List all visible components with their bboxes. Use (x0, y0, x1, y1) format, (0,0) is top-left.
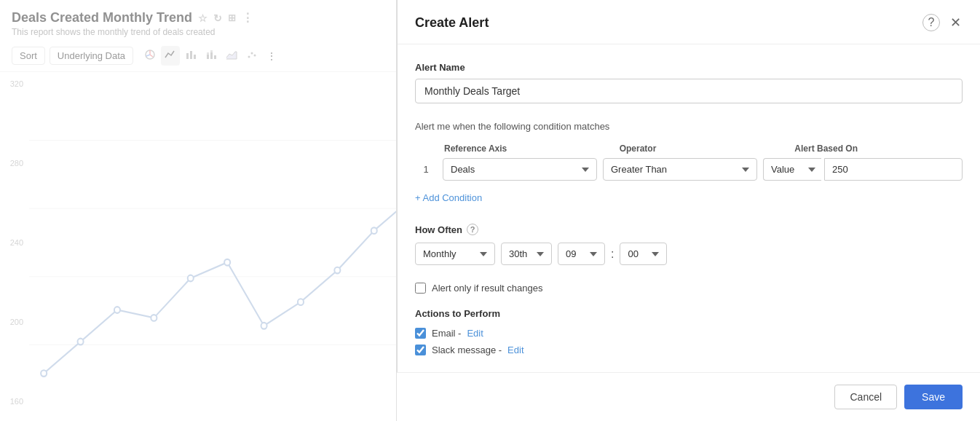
alert-name-section: Alert Name (415, 62, 963, 103)
value-input[interactable] (824, 158, 963, 181)
alert-on-change-row: Alert only if result changes (415, 283, 963, 294)
hour-select[interactable]: 09 10 (558, 243, 605, 265)
svg-point-10 (254, 55, 256, 57)
bar-chart-icon[interactable] (181, 46, 200, 66)
condition-row-1: 1 Deals Greater Than Less Than Equal To … (415, 158, 963, 181)
slack-edit-link[interactable]: Edit (507, 345, 523, 355)
svg-point-22 (298, 299, 304, 305)
y-label-320: 320 (0, 79, 29, 88)
day-select[interactable]: 30th 1st 2nd (501, 243, 552, 265)
alert-name-input[interactable] (415, 79, 963, 103)
how-often-label: How Often ? (415, 224, 963, 235)
more-icon[interactable]: ⋮ (242, 11, 253, 25)
area-chart-icon[interactable] (222, 46, 241, 66)
slack-action-row: Slack message - Edit (415, 345, 963, 355)
underlying-data-button[interactable]: Underlying Data (50, 47, 133, 65)
scatter-chart-icon[interactable] (242, 46, 261, 66)
operator-header: Operator (618, 143, 788, 154)
email-edit-link[interactable]: Edit (467, 328, 483, 339)
sort-button[interactable]: Sort (12, 47, 45, 65)
slack-label: Slack message - (432, 345, 502, 355)
reference-axis-select[interactable]: Deals (443, 158, 597, 181)
y-axis: 160 200 240 280 320 (0, 72, 29, 413)
star-icon[interactable]: ☆ (198, 12, 208, 24)
modal-body: Alert Name Alert me when the following c… (398, 44, 980, 390)
svg-rect-5 (210, 52, 213, 59)
operator-select[interactable]: Greater Than Less Than Equal To (603, 158, 757, 181)
svg-rect-2 (194, 55, 196, 59)
svg-rect-1 (190, 51, 192, 59)
chart-body: 160 200 240 280 320 (0, 72, 396, 413)
svg-point-24 (371, 227, 377, 234)
how-often-help-icon[interactable]: ? (467, 224, 478, 235)
chart-subtitle: This report shows the monthly trend of d… (12, 27, 384, 37)
grid-icon[interactable]: ⊞ (228, 12, 236, 23)
condition-table: Reference Axis Operator Alert Based On 1… (415, 143, 963, 181)
help-button[interactable]: ? (922, 14, 940, 31)
svg-point-15 (41, 370, 47, 377)
condition-section: Alert me when the following condition ma… (415, 121, 963, 206)
email-checkbox[interactable] (415, 328, 426, 339)
y-label-160: 160 (0, 397, 29, 406)
value-container: Value Field (763, 158, 963, 181)
svg-point-20 (224, 259, 230, 266)
svg-rect-0 (186, 53, 189, 59)
svg-point-8 (248, 56, 250, 58)
chart-header: Deals Created Monthly Trend ☆ ↻ ⊞ ⋮ This… (0, 0, 396, 40)
cancel-button[interactable]: Cancel (834, 385, 897, 409)
y-label-240: 240 (0, 238, 29, 247)
how-often-controls: Monthly Daily Weekly 30th 1st 2nd 09 10 … (415, 243, 963, 265)
svg-point-18 (151, 315, 157, 321)
chart-title: Deals Created Monthly Trend ☆ ↻ ⊞ ⋮ (12, 10, 384, 25)
chart-toolbar: Sort Underlying Data ⋮ (0, 40, 396, 72)
alert-based-on-header: Alert Based On (793, 143, 963, 154)
how-often-section: How Often ? Monthly Daily Weekly 30th 1s… (415, 224, 963, 265)
y-label-280: 280 (0, 159, 29, 168)
chart-panel: Deals Created Monthly Trend ☆ ↻ ⊞ ⋮ This… (0, 0, 397, 421)
y-label-200: 200 (0, 318, 29, 326)
svg-point-16 (78, 339, 84, 345)
value-type-select[interactable]: Value Field (763, 158, 821, 181)
alert-name-label: Alert Name (415, 62, 963, 73)
modal-header-actions: ? ✕ (922, 13, 963, 32)
refresh-icon[interactable]: ↻ (213, 12, 222, 24)
pie-chart-icon[interactable] (141, 46, 159, 66)
save-button[interactable]: Save (904, 385, 963, 409)
chart-title-text: Deals Created Monthly Trend (12, 10, 192, 25)
slack-checkbox[interactable] (415, 345, 426, 355)
condition-number: 1 (415, 164, 437, 175)
alert-on-change-label: Alert only if result changes (432, 283, 542, 294)
condition-headers: Reference Axis Operator Alert Based On (415, 143, 963, 154)
email-action-row: Email - Edit (415, 328, 963, 339)
svg-point-17 (114, 307, 120, 313)
modal-title: Create Alert (415, 15, 489, 31)
svg-point-23 (334, 267, 340, 274)
email-label: Email - (432, 328, 461, 339)
stacked-bar-icon[interactable] (202, 46, 221, 66)
reference-axis-header: Reference Axis (443, 143, 612, 154)
chart-canvas (29, 72, 396, 413)
frequency-select[interactable]: Monthly Daily Weekly (415, 243, 495, 265)
time-colon: : (611, 248, 614, 261)
create-alert-modal: Create Alert ? ✕ Alert Name Alert me whe… (397, 0, 980, 421)
svg-rect-4 (207, 52, 209, 55)
col0-header (415, 143, 437, 154)
more-options-icon[interactable]: ⋮ (263, 47, 280, 65)
modal-footer: Cancel Save (397, 372, 980, 421)
svg-point-9 (251, 52, 253, 55)
svg-rect-7 (214, 55, 216, 59)
alert-on-change-checkbox[interactable] (415, 283, 426, 294)
modal-header: Create Alert ? ✕ (398, 0, 980, 44)
chart-type-icons: ⋮ (141, 46, 280, 66)
svg-rect-3 (207, 55, 209, 59)
svg-point-21 (261, 323, 267, 329)
line-chart-icon[interactable] (161, 46, 180, 66)
actions-section: Actions to Perform Email - Edit Slack me… (415, 308, 963, 355)
close-button[interactable]: ✕ (949, 13, 963, 32)
svg-rect-6 (210, 50, 213, 52)
svg-point-19 (188, 275, 194, 282)
minute-select[interactable]: 00 15 30 (620, 243, 667, 265)
chart-svg (29, 72, 396, 413)
add-condition-button[interactable]: + Add Condition (415, 189, 482, 206)
actions-label: Actions to Perform (415, 308, 963, 319)
